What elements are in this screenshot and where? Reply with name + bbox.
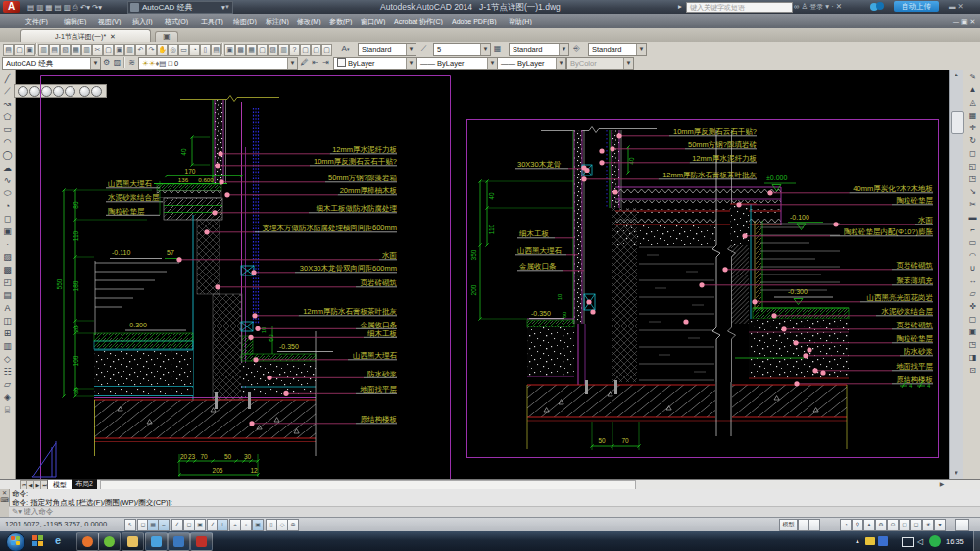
svg-text:-0.100: -0.100: [790, 214, 809, 221]
svg-text:-0.300: -0.300: [788, 288, 808, 295]
svg-text:50: 50: [224, 453, 232, 460]
svg-text:10mm厚反测石云石干贴?: 10mm厚反测石云石干贴?: [314, 157, 397, 166]
svg-text:10: 10: [261, 326, 267, 333]
svg-text:水泥砂浆结合层: 水泥砂浆结合层: [107, 193, 160, 202]
svg-text:陶粒砼垫层: 陶粒砼垫层: [108, 207, 145, 216]
svg-text:350: 350: [470, 249, 477, 260]
svg-text:20: 20: [74, 326, 79, 332]
svg-text:40: 40: [488, 192, 495, 200]
svg-text:-0.350: -0.350: [279, 343, 299, 350]
svg-text:-0.110: -0.110: [112, 249, 130, 256]
svg-text:20mm厚樟柚木板: 20mm厚樟柚木板: [340, 186, 398, 195]
svg-text:20: 20: [180, 453, 188, 460]
svg-text:原结构楼板: 原结构楼板: [361, 415, 398, 424]
svg-text:陶粒砼垫层: 陶粒砼垫层: [897, 334, 934, 343]
svg-text:水泥砂浆结合层: 水泥砂浆结合层: [881, 307, 934, 316]
svg-text:60: 60: [562, 311, 567, 318]
svg-text:山西黑大理石: 山西黑大理石: [517, 246, 563, 255]
svg-text:205: 205: [213, 467, 223, 474]
svg-text:陶粒砼垫层内配(Φ10?)膨胀: 陶粒砼垫层内配(Φ10?)膨胀: [844, 227, 933, 236]
svg-text:页岩砖砌筑: 页岩砖砌筑: [897, 321, 934, 329]
svg-text:页岩砖砌筑: 页岩砖砌筑: [897, 261, 934, 270]
svg-text:30: 30: [74, 387, 79, 394]
svg-text:防水砂浆: 防水砂浆: [904, 347, 934, 356]
svg-text:山西黑亮光面花岗岩: 山西黑亮光面花岗岩: [867, 293, 934, 302]
svg-text:12mm厚水泥纤力板: 12mm厚水泥纤力板: [332, 145, 397, 154]
svg-text:40: 40: [628, 157, 635, 165]
svg-text:细木工板: 细木工板: [368, 329, 398, 338]
svg-text:110: 110: [73, 230, 79, 241]
svg-text:水面: 水面: [917, 216, 934, 225]
svg-text:10mm厚反测石云石干贴?: 10mm厚反测石云石干贴?: [673, 127, 757, 136]
svg-text:水面: 水面: [381, 251, 398, 260]
svg-text:12mm厚防水石膏板茶叶批灰: 12mm厚防水石膏板茶叶批灰: [662, 171, 757, 179]
svg-text:陶粒砼垫层: 陶粒砼垫层: [897, 196, 934, 205]
svg-text:50mm方钢?隙填岩砖: 50mm方钢?隙填岩砖: [688, 140, 758, 149]
svg-text:110: 110: [488, 224, 495, 234]
svg-text:细木工板: 细木工板: [519, 229, 550, 238]
svg-text:金属收口条: 金属收口条: [519, 262, 557, 271]
svg-text:57: 57: [167, 249, 174, 256]
svg-text:136: 136: [178, 176, 189, 183]
svg-text:10: 10: [557, 293, 563, 300]
svg-text:550: 550: [56, 278, 63, 289]
svg-text:60: 60: [268, 334, 274, 342]
svg-text:山西黑大理石: 山西黑大理石: [108, 179, 153, 188]
svg-text:200: 200: [470, 284, 477, 295]
svg-text:地面找平层: 地面找平层: [896, 362, 934, 371]
svg-text:12mm厚水泥纤力板: 12mm厚水泥纤力板: [692, 154, 757, 163]
svg-text:细木工板做防水防腐处理: 细木工板做防水防腐处理: [317, 204, 398, 213]
svg-text:支理木方做防水防腐处理横向间距600mm: 支理木方做防水防腐处理横向间距600mm: [262, 224, 397, 232]
svg-text:50mm方钢?隙藻岩箱: 50mm方钢?隙藻岩箱: [328, 174, 398, 182]
svg-text:12mm厚防水石膏板茶叶批灰: 12mm厚防水石膏板茶叶批灰: [303, 307, 397, 316]
svg-text:80: 80: [73, 201, 79, 209]
svg-text:100: 100: [73, 355, 79, 366]
svg-text:金属收口条: 金属收口条: [361, 321, 398, 329]
svg-text:40: 40: [180, 148, 187, 156]
svg-text:±0.000: ±0.000: [766, 175, 787, 181]
svg-text:防水砂浆: 防水砂浆: [368, 370, 398, 378]
svg-text:170: 170: [185, 168, 196, 175]
svg-text:地面找平层: 地面找平层: [360, 385, 398, 394]
svg-text:-0.350: -0.350: [531, 310, 551, 317]
svg-text:180: 180: [73, 280, 79, 291]
svg-text:30: 30: [244, 453, 252, 460]
svg-text:23: 23: [188, 453, 196, 460]
svg-text:30X30木龙骨双向间距600mm: 30X30木龙骨双向间距600mm: [300, 264, 397, 273]
svg-text:30X30木龙骨: 30X30木龙骨: [517, 160, 562, 169]
svg-text:-0.300: -0.300: [127, 322, 147, 328]
svg-text:70: 70: [200, 453, 208, 460]
svg-text:70: 70: [621, 437, 629, 444]
svg-text:页岩砖砌筑: 页岩砖砌筑: [361, 278, 398, 287]
svg-text:12: 12: [250, 467, 258, 474]
svg-text:50: 50: [598, 437, 606, 444]
svg-text:山西黑大理石: 山西黑大理石: [353, 351, 398, 360]
svg-text:40mm厚炭化?木?木地板: 40mm厚炭化?木?木地板: [853, 184, 933, 193]
svg-text:0.600: 0.600: [198, 176, 214, 183]
svg-text:聚苯薄填充: 聚苯薄填充: [897, 276, 934, 285]
